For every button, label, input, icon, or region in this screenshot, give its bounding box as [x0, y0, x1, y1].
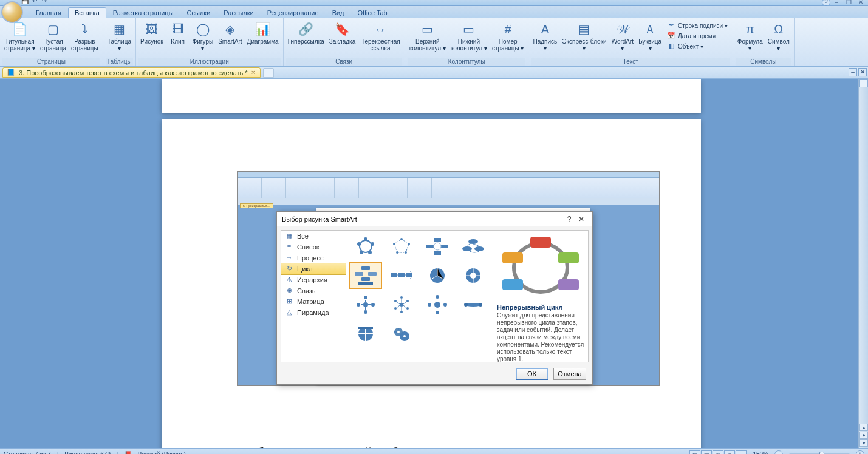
ribbon-клип[interactable]: 🎞Клип: [166, 19, 190, 58]
category-все[interactable]: ▦Все: [281, 231, 346, 242]
new-tab-button[interactable]: [263, 68, 274, 78]
proofing-icon[interactable]: 📕: [125, 451, 132, 454]
category-связь[interactable]: ⊕Связь: [281, 285, 346, 296]
tab-главная[interactable]: Главная: [29, 7, 68, 18]
ribbon-закладка[interactable]: 🔖Закладка: [327, 19, 357, 58]
category-список[interactable]: ≡Список: [281, 242, 346, 252]
ribbon-верхний[interactable]: ▭Верхнийколонтитул ▾: [408, 19, 448, 58]
draft-view-icon[interactable]: ▭: [736, 450, 747, 455]
tab-разметка-страницы[interactable]: Разметка страницы: [106, 7, 180, 18]
category-матрица[interactable]: ⊞Матрица: [281, 296, 346, 307]
layout-thumb-3[interactable]: [457, 233, 490, 260]
document-tab[interactable]: 📘 3. Преобразовываем текст в схемы и таб…: [2, 67, 261, 78]
category-процесс[interactable]: →Процесс: [281, 252, 346, 263]
web-view-icon[interactable]: ▥: [713, 450, 723, 455]
save-icon[interactable]: 💾: [21, 0, 29, 6]
layout-thumb-6[interactable]: [421, 262, 454, 289]
ribbon-перекрестная[interactable]: ↔Перекрестнаяссылка: [358, 19, 402, 58]
ribbon-дата-и-время[interactable]: 📅Дата и время: [666, 31, 729, 41]
ribbon-label: Клип: [171, 38, 185, 45]
doc-close-icon[interactable]: ×: [251, 69, 255, 76]
ribbon-символ[interactable]: ΩСимвол▾: [766, 19, 791, 58]
restore-button[interactable]: ❐: [844, 0, 853, 6]
ok-button[interactable]: OK: [516, 368, 548, 380]
browse-object-icon[interactable]: ●: [859, 432, 868, 439]
tab-рецензирование[interactable]: Рецензирование: [261, 7, 326, 18]
cancel-button[interactable]: Отмена: [553, 368, 586, 380]
zoom-out-button[interactable]: −: [774, 450, 783, 455]
group-label: Колонтитулы: [408, 58, 526, 66]
layout-thumb-1[interactable]: [384, 233, 418, 260]
status-zoom[interactable]: 150%: [753, 451, 768, 454]
ribbon-объект-[interactable]: ◧Объект ▾: [666, 41, 729, 51]
tab-вид[interactable]: Вид: [326, 7, 351, 18]
ribbon-строка-подписи-[interactable]: ✒Строка подписи ▾: [666, 21, 729, 30]
tab-min-icon[interactable]: –: [849, 68, 857, 76]
ribbon-таблица[interactable]: ▦Таблица▾: [106, 19, 133, 58]
undo-icon[interactable]: ↶: [30, 0, 39, 6]
layout-thumb-7[interactable]: [457, 262, 490, 289]
ribbon-icon: 📊: [255, 21, 272, 38]
print-layout-view-icon[interactable]: ▤: [689, 450, 700, 455]
layout-thumb-13[interactable]: [384, 320, 418, 347]
ribbon-гиперссылка[interactable]: 🔗Гиперссылка: [286, 19, 326, 58]
ribbon-формула[interactable]: πФормула▾: [736, 19, 765, 58]
svg-point-49: [479, 303, 482, 307]
ribbon-label: Фигуры▾: [193, 38, 213, 52]
ribbon-icon: ▭: [419, 21, 436, 38]
layout-thumb-4[interactable]: [349, 262, 382, 289]
ribbon-пустая[interactable]: ▢Пустаястраница: [38, 19, 68, 58]
svg-point-4: [360, 251, 363, 254]
layout-thumb-11[interactable]: [457, 291, 490, 318]
tab-ссылки[interactable]: Ссылки: [180, 7, 217, 18]
outline-view-icon[interactable]: ≡: [724, 450, 735, 455]
ribbon-разрыв[interactable]: ⤵Разрывстраницы: [69, 19, 100, 58]
office-button[interactable]: [1, 1, 23, 23]
category-иерархия[interactable]: ⩚Иерархия: [281, 274, 346, 285]
layout-thumb-0[interactable]: [349, 233, 382, 260]
vertical-scrollbar[interactable]: ▴ ● ▾: [858, 79, 868, 448]
zoom-in-button[interactable]: +: [856, 450, 864, 455]
redo-icon[interactable]: ↷: [40, 0, 49, 6]
layout-thumb-9[interactable]: [384, 291, 418, 318]
ribbon-буквица[interactable]: ＡБуквица▾: [637, 19, 663, 58]
ribbon-wordart[interactable]: 𝒲WordArt▾: [610, 19, 636, 58]
dialog-help-icon[interactable]: ?: [563, 215, 575, 223]
status-words[interactable]: Число слов: 679: [64, 451, 111, 454]
ribbon-надпись[interactable]: AНадпись▾: [531, 19, 559, 58]
ribbon-фигуры[interactable]: ◯Фигуры▾: [191, 19, 215, 58]
next-page-icon[interactable]: ▾: [859, 439, 868, 447]
close-button[interactable]: ✕: [856, 0, 866, 6]
ribbon-рисунок[interactable]: 🖼Рисунок: [138, 19, 165, 58]
tab-office-tab[interactable]: Office Tab: [351, 7, 394, 18]
tab-window-controls: – ✕: [849, 68, 867, 76]
ribbon-титульная[interactable]: 📄Титульнаястраница ▾: [2, 19, 37, 58]
tab-вставка[interactable]: Вставка: [68, 7, 106, 18]
layout-thumb-5[interactable]: [384, 262, 418, 289]
dialog-close-icon[interactable]: ✕: [575, 215, 587, 223]
ribbon-номер[interactable]: #Номерстраницы ▾: [490, 19, 526, 58]
category-пирамида[interactable]: △Пирамида: [281, 307, 346, 318]
fullscreen-view-icon[interactable]: ▣: [701, 450, 712, 455]
ribbon-нижний[interactable]: ▭Нижнийколонтитул ▾: [449, 19, 489, 58]
tab-close-icon[interactable]: ✕: [858, 68, 867, 76]
help-button[interactable]: ?: [822, 0, 830, 6]
layout-thumb-10[interactable]: [421, 291, 454, 318]
status-page[interactable]: Страница: 7 из 7: [4, 451, 51, 454]
svg-point-18: [462, 246, 472, 251]
ribbon-экспресс-блоки[interactable]: ▤Экспресс-блоки▾: [560, 19, 608, 58]
ribbon-smartart[interactable]: ◈SmartArt: [216, 19, 244, 58]
doc-icon: 📘: [7, 69, 15, 76]
layout-thumb-8[interactable]: [349, 291, 382, 318]
minimize-button[interactable]: –: [832, 0, 841, 6]
layout-thumb-12[interactable]: [349, 320, 382, 347]
dialog-titlebar[interactable]: Выбор рисунка SmartArt ? ✕: [277, 212, 592, 226]
ribbon-диаграмма[interactable]: 📊Диаграмма: [245, 19, 281, 58]
scrollbar-thumb[interactable]: [859, 79, 868, 87]
svg-point-31: [364, 296, 367, 299]
status-language[interactable]: Русский (Россия): [138, 451, 186, 454]
prev-page-icon[interactable]: ▴: [859, 424, 868, 431]
category-цикл[interactable]: ↻Цикл: [281, 263, 346, 275]
layout-thumb-2[interactable]: [421, 233, 454, 260]
tab-рассылки[interactable]: Рассылки: [217, 7, 260, 18]
